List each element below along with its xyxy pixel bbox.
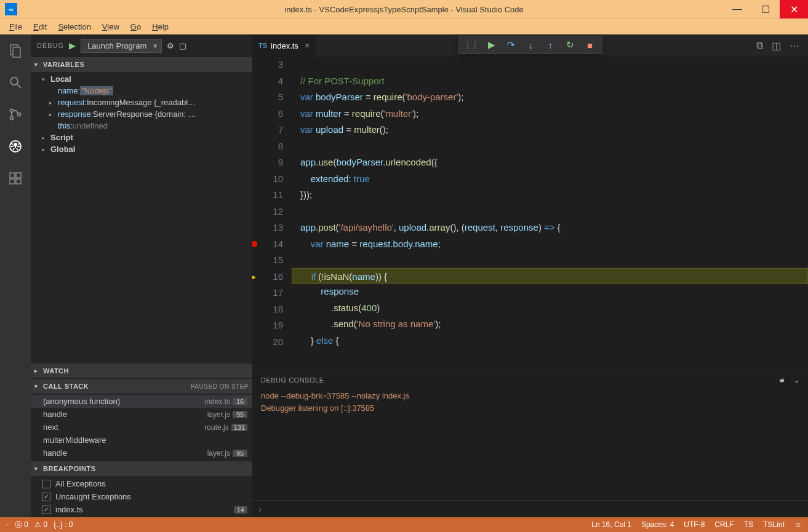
- code-line[interactable]: [292, 252, 808, 269]
- titlebar: ∞ index.ts - VSCodeExpressjsTypeScriptSa…: [0, 0, 808, 18]
- code-line[interactable]: .send('No string as name');: [292, 316, 808, 333]
- more-icon[interactable]: ⋯: [790, 40, 799, 52]
- breakpoint-row[interactable]: All Exceptions: [31, 477, 252, 490]
- collapse-panel-icon[interactable]: ⌄: [794, 376, 800, 384]
- debug-sidebar: DEBUG ▶ Launch Program ⚙ ▢ ▾VARIABLES ▾L…: [31, 34, 252, 517]
- minimize-button[interactable]: —: [723, 0, 751, 18]
- svg-rect-12: [16, 179, 21, 184]
- code-line[interactable]: [292, 138, 808, 155]
- stack-frame[interactable]: handlelayer.js95: [31, 447, 252, 459]
- code-editor[interactable]: 34567891011121314151617181920 // For POS…: [252, 57, 808, 370]
- clear-console-icon[interactable]: ≢: [779, 376, 785, 384]
- code-line[interactable]: var multer = require('multer');: [292, 106, 808, 122]
- svg-point-8: [14, 143, 17, 146]
- code-line[interactable]: if (!isNaN(name)) {: [292, 268, 808, 285]
- step-over-button[interactable]: ↷: [502, 37, 521, 53]
- maximize-button[interactable]: ☐: [751, 0, 780, 18]
- svg-rect-9: [10, 173, 15, 178]
- checkbox-icon[interactable]: [42, 506, 50, 514]
- drag-handle-icon[interactable]: ⋮⋮: [462, 41, 481, 49]
- launch-config-select[interactable]: Launch Program: [81, 39, 162, 53]
- code-line[interactable]: response: [292, 284, 808, 300]
- code-line[interactable]: var name = request.body.name;: [292, 236, 808, 253]
- variable-row[interactable]: ▸request: IncomingMessage {_readabl…: [31, 97, 252, 108]
- menu-file[interactable]: File: [4, 20, 28, 33]
- status-errors[interactable]: ⓧ 0: [15, 520, 28, 530]
- tab-index-ts[interactable]: TS index.ts ×: [252, 34, 316, 57]
- start-debug-button[interactable]: ▶: [69, 41, 76, 50]
- explorer-icon[interactable]: [6, 41, 25, 60]
- code-line[interactable]: [292, 204, 808, 220]
- stack-frame[interactable]: handlelayer.js95: [31, 408, 252, 421]
- restart-button[interactable]: ↻: [561, 37, 580, 53]
- variables-header[interactable]: ▾VARIABLES: [31, 57, 252, 72]
- console-icon[interactable]: ▢: [179, 41, 186, 50]
- code-line[interactable]: }));: [292, 187, 808, 204]
- extensions-icon[interactable]: [6, 169, 25, 188]
- code-line[interactable]: var bodyParser = require('body-parser');: [292, 89, 808, 106]
- svg-rect-1: [13, 47, 20, 57]
- menubar: FileEditSelectionViewGoHelp: [0, 18, 808, 34]
- close-tab-icon[interactable]: ×: [305, 41, 310, 50]
- console-input[interactable]: ›: [252, 500, 808, 517]
- status-braces[interactable]: {..} : 0: [54, 520, 73, 529]
- checkbox-icon[interactable]: [42, 493, 50, 501]
- debug-icon[interactable]: [6, 137, 25, 156]
- status-position[interactable]: Ln 16, Col 1: [591, 520, 631, 529]
- status-warnings[interactable]: ⚠ 0: [34, 520, 47, 529]
- status-lang[interactable]: TS: [744, 520, 753, 529]
- variable-row[interactable]: name: "Nodejs": [31, 85, 252, 97]
- scope-local[interactable]: ▾Local: [31, 73, 252, 85]
- code-line[interactable]: } else {: [292, 333, 808, 349]
- status-encoding[interactable]: UTF-8: [684, 520, 705, 529]
- menu-view[interactable]: View: [97, 20, 125, 33]
- gear-icon[interactable]: ⚙: [167, 41, 174, 50]
- status-eol[interactable]: CRLF: [714, 520, 734, 529]
- breakpoint-row[interactable]: Uncaught Exceptions: [31, 490, 252, 503]
- scope-global[interactable]: ▸Global: [31, 143, 252, 155]
- breakpoint-dot[interactable]: [252, 241, 257, 247]
- source-control-icon[interactable]: [6, 105, 25, 124]
- tab-label: index.ts: [271, 41, 298, 50]
- code-line[interactable]: var upload = multer();: [292, 122, 808, 138]
- compare-icon[interactable]: ⧉: [756, 40, 763, 52]
- svg-rect-11: [10, 179, 15, 184]
- menu-go[interactable]: Go: [125, 20, 146, 33]
- continue-button[interactable]: ▶: [482, 37, 501, 53]
- app-icon: ∞: [5, 3, 17, 15]
- split-editor-icon[interactable]: ◫: [772, 40, 781, 52]
- debug-console-label: DEBUG CONSOLE: [261, 376, 324, 384]
- code-line[interactable]: // For POST-Support: [292, 73, 808, 90]
- code-line[interactable]: app.use(bodyParser.urlencoded({: [292, 154, 808, 171]
- search-icon[interactable]: [6, 73, 25, 92]
- status-spaces[interactable]: Spaces: 4: [641, 520, 674, 529]
- watch-header[interactable]: ▸WATCH: [31, 363, 252, 378]
- status-linter[interactable]: TSLint: [763, 520, 785, 529]
- code-line[interactable]: extended: true: [292, 171, 808, 188]
- code-line[interactable]: [292, 57, 808, 73]
- step-out-button[interactable]: ↑: [542, 37, 560, 53]
- stack-frame[interactable]: nextroute.js131: [31, 421, 252, 434]
- stack-frame[interactable]: (anonymous function)index.ts16: [31, 395, 252, 408]
- stop-button[interactable]: ■: [581, 37, 599, 53]
- variable-row[interactable]: ▸response: ServerResponse {domain: …: [31, 108, 252, 120]
- breakpoint-row[interactable]: index.ts14: [31, 503, 252, 516]
- code-line[interactable]: .status(400): [292, 300, 808, 317]
- checkbox-icon[interactable]: [42, 480, 50, 488]
- scope-script[interactable]: ▸Script: [31, 132, 252, 143]
- menu-selection[interactable]: Selection: [52, 20, 96, 33]
- code-line[interactable]: app.post('/api/sayhello', upload.array()…: [292, 220, 808, 236]
- menu-edit[interactable]: Edit: [28, 20, 52, 33]
- svg-point-4: [10, 109, 14, 113]
- menu-help[interactable]: Help: [146, 20, 174, 33]
- stack-frame[interactable]: multerMiddleware: [31, 434, 252, 447]
- callstack-header[interactable]: ▾CALL STACKPAUSED ON STEP: [31, 379, 252, 394]
- close-button[interactable]: ✕: [780, 0, 808, 18]
- step-into-button[interactable]: ↓: [522, 37, 540, 53]
- editor-tabbar: TS index.ts × ⋮⋮ ▶ ↷ ↓ ↑ ↻ ■ ⧉ ◫ ⋯: [252, 34, 808, 57]
- svg-point-2: [10, 77, 18, 85]
- breakpoints-header[interactable]: ▾BREAKPOINTS: [31, 461, 252, 476]
- console-output: node --debug-brk=37585 --nolazy index.js…: [252, 390, 808, 500]
- feedback-icon[interactable]: ☺: [794, 520, 802, 529]
- variable-row[interactable]: this: undefined: [31, 120, 252, 132]
